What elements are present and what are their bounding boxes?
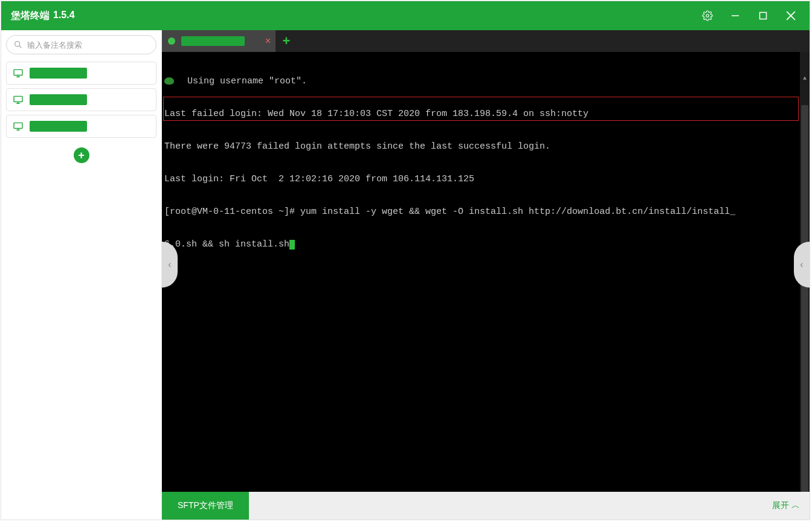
status-dot-icon bbox=[168, 37, 175, 45]
terminal-line: There were 94773 failed login attempts s… bbox=[164, 141, 807, 152]
terminal-line: 6.0.sh && sh install.sh bbox=[164, 239, 807, 250]
sidebar: + bbox=[1, 30, 162, 520]
expand-button[interactable]: 展开 ︿ bbox=[762, 492, 810, 520]
scroll-up-button[interactable]: ▲ bbox=[800, 74, 810, 83]
terminal-command: yum install -y wget && wget -O install.s… bbox=[295, 207, 735, 217]
svg-rect-10 bbox=[14, 96, 22, 102]
host-label-redacted bbox=[30, 94, 87, 105]
terminal-tab[interactable]: × bbox=[162, 30, 276, 52]
add-host-row: + bbox=[6, 147, 156, 163]
terminal-line: Using username "root". bbox=[164, 76, 807, 87]
expand-label: 展开 bbox=[772, 500, 789, 511]
body: + ‹ × + Using username "root". bbox=[1, 30, 810, 520]
sftp-label: SFTP文件管理 bbox=[178, 500, 233, 511]
svg-rect-13 bbox=[14, 123, 22, 128]
add-host-button[interactable]: + bbox=[74, 147, 89, 163]
monitor-icon bbox=[13, 69, 24, 77]
svg-rect-7 bbox=[14, 69, 22, 75]
gear-icon bbox=[702, 10, 713, 21]
search-icon bbox=[13, 40, 23, 50]
chevron-left-icon: ‹ bbox=[800, 259, 803, 270]
svg-point-5 bbox=[15, 42, 20, 47]
terminal-cursor bbox=[289, 240, 295, 250]
terminal-text: Using username "root". bbox=[176, 76, 307, 86]
app-window: 堡塔终端 1.5.4 bbox=[1, 1, 810, 520]
status-bar: SFTP文件管理 展开 ︿ bbox=[162, 492, 810, 520]
terminal-line: Last login: Fri Oct 2 12:02:16 2020 from… bbox=[164, 174, 807, 185]
close-button[interactable] bbox=[777, 1, 805, 30]
terminal-logo-icon bbox=[164, 77, 174, 85]
minimize-icon bbox=[731, 11, 740, 20]
terminal-prompt: [root@VM-0-11-centos ~]# bbox=[164, 207, 295, 217]
settings-button[interactable] bbox=[694, 1, 721, 30]
sidebar-host-item[interactable] bbox=[6, 62, 156, 85]
chevron-left-icon: ‹ bbox=[168, 259, 171, 270]
svg-point-0 bbox=[706, 14, 709, 18]
terminal[interactable]: Using username "root". Last failed login… bbox=[162, 52, 810, 492]
scroll-track[interactable] bbox=[800, 105, 810, 492]
app-version: 1.5.4 bbox=[53, 10, 75, 22]
main: × + Using username "root". Last failed l… bbox=[162, 30, 810, 520]
new-tab-button[interactable]: + bbox=[276, 30, 297, 52]
svg-rect-2 bbox=[760, 13, 767, 19]
close-icon bbox=[786, 11, 796, 21]
scroll-thumb[interactable] bbox=[801, 105, 808, 492]
tab-label-redacted bbox=[181, 36, 245, 46]
titlebar: 堡塔终端 1.5.4 bbox=[1, 1, 810, 30]
monitor-icon bbox=[13, 95, 24, 104]
maximize-icon bbox=[759, 11, 767, 20]
app-name: 堡塔终端 bbox=[11, 10, 50, 22]
sftp-button[interactable]: SFTP文件管理 bbox=[162, 492, 249, 520]
search-wrap bbox=[6, 35, 156, 54]
terminal-command: 6.0.sh && sh install.sh bbox=[164, 239, 289, 250]
host-label-redacted bbox=[30, 121, 87, 132]
svg-line-6 bbox=[19, 46, 22, 48]
app-title: 堡塔终端 1.5.4 bbox=[11, 10, 75, 22]
host-label-redacted bbox=[30, 68, 87, 79]
right-panel-collapse-handle[interactable]: ‹ bbox=[794, 242, 810, 288]
plus-icon: + bbox=[283, 33, 291, 49]
terminal-line: Last failed login: Wed Nov 18 17:10:03 C… bbox=[164, 109, 807, 120]
plus-icon: + bbox=[78, 149, 85, 162]
maximize-button[interactable] bbox=[749, 1, 777, 30]
sidebar-host-item[interactable] bbox=[6, 88, 156, 111]
sidebar-host-item[interactable] bbox=[6, 115, 156, 138]
chevron-up-icon: ︿ bbox=[791, 500, 800, 511]
minimize-button[interactable] bbox=[721, 1, 749, 30]
search-input[interactable] bbox=[6, 35, 156, 54]
terminal-line: [root@VM-0-11-centos ~]# yum install -y … bbox=[164, 207, 807, 218]
tab-bar: × + bbox=[162, 30, 810, 52]
monitor-icon bbox=[13, 122, 24, 130]
tab-close-button[interactable]: × bbox=[265, 36, 271, 46]
